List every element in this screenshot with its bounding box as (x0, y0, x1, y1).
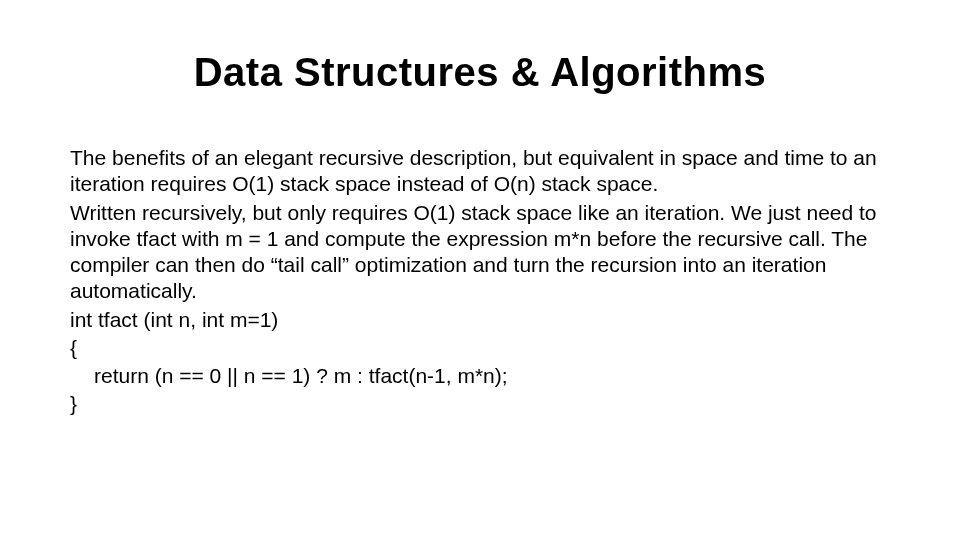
slide-body: The benefits of an elegant recursive des… (70, 145, 890, 418)
code-line-4: } (70, 391, 890, 417)
code-line-2: { (70, 335, 890, 361)
paragraph-2: Written recursively, but only requires O… (70, 200, 890, 305)
paragraph-1: The benefits of an elegant recursive des… (70, 145, 890, 198)
code-line-3: return (n == 0 || n == 1) ? m : tfact(n-… (70, 363, 890, 389)
slide: Data Structures & Algorithms The benefit… (0, 0, 960, 540)
code-line-1: int tfact (int n, int m=1) (70, 307, 890, 333)
slide-title: Data Structures & Algorithms (70, 50, 890, 95)
